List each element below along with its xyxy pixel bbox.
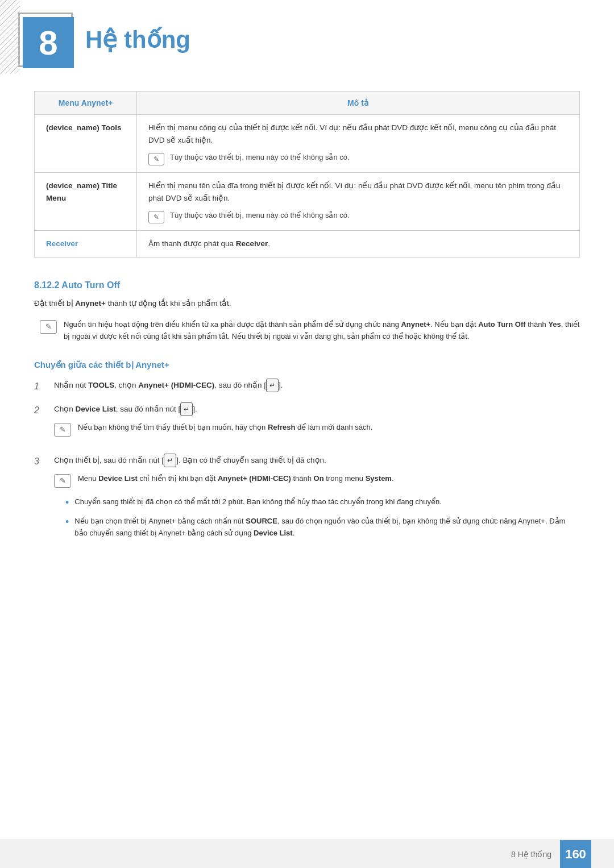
table-header-col1: Menu Anynet+ xyxy=(35,92,137,115)
table-row: (device_name) TitleMenu Hiển thị menu tê… xyxy=(35,173,580,231)
table-cell-desc-3: Âm thanh được phát qua Receiver. xyxy=(137,231,580,258)
table-cell-menu-3: Receiver xyxy=(35,231,137,258)
list-item: 3 Chọn thiết bị, sau đó nhấn nút [↵]. Bạ… xyxy=(34,454,580,545)
list-item: 1 Nhấn nút TOOLS, chọn Anynet+ (HDMI-CEC… xyxy=(34,379,580,394)
bullet-list: • Chuyển sang thiết bị đã chọn có thể mấ… xyxy=(65,496,580,539)
page-header: 8 Hệ thống xyxy=(0,0,614,80)
table-row: (device_name) Tools Hiển thị menu công c… xyxy=(35,115,580,173)
table-cell-desc-1: Hiển thị menu công cụ của thiết bị được … xyxy=(137,115,580,173)
note-block-icon xyxy=(54,423,71,437)
numbered-list: 1 Nhấn nút TOOLS, chọn Anynet+ (HDMI-CEC… xyxy=(34,379,580,545)
corner-decoration xyxy=(0,0,20,74)
list-item: 2 Chọn Device List, sau đó nhấn nút [↵].… xyxy=(34,402,580,445)
table-cell-menu-1: (device_name) Tools xyxy=(35,115,137,173)
footer-text: 8 Hệ thống xyxy=(511,850,551,859)
chapter-number: 8 xyxy=(23,17,74,68)
anynet-table: Menu Anynet+ Mô tả (device_name) Tools H… xyxy=(34,91,580,258)
enter-key-icon: ↵ xyxy=(180,402,193,416)
note-block-1: Nguồn tín hiệu hoạt động trên điều khiển… xyxy=(34,319,580,343)
table-cell-menu-2: (device_name) TitleMenu xyxy=(35,173,137,231)
note-block-icon xyxy=(54,474,71,488)
table-cell-desc-2: Hiển thị menu tên của đĩa trong thiết bị… xyxy=(137,173,580,231)
footer-page-number: 160 xyxy=(560,840,591,869)
sub-section-heading: Chuyển giữa các thiết bị Anynet+ xyxy=(34,360,580,370)
note-block-2: Nếu bạn không thể tìm thấy thiết bị bạn … xyxy=(54,422,580,437)
section-heading-8122: 8.12.2 Auto Turn Off xyxy=(34,280,580,290)
main-content: Menu Anynet+ Mô tả (device_name) Tools H… xyxy=(0,91,614,587)
note-block-3: Menu Device List chỉ hiển thị khi bạn đặ… xyxy=(54,473,580,488)
table-header-col2: Mô tả xyxy=(137,92,580,115)
bullet-item: • Chuyển sang thiết bị đã chọn có thể mấ… xyxy=(65,496,580,509)
enter-key-icon: ↵ xyxy=(164,454,176,467)
chapter-title: Hệ thống xyxy=(85,17,190,53)
bullet-item: • Nếu bạn chọn thiết bị Anynet+ bằng các… xyxy=(65,516,580,539)
table-row: Receiver Âm thanh được phát qua Receiver… xyxy=(35,231,580,258)
note-block-icon xyxy=(40,320,57,334)
enter-key-icon: ↵ xyxy=(266,379,279,392)
page-footer: 8 Hệ thống 160 xyxy=(0,840,614,868)
section-body: Đặt thiết bị Anynet+ thành tự động tắt k… xyxy=(34,297,580,310)
note-icon xyxy=(148,211,164,223)
note-icon xyxy=(148,153,164,165)
